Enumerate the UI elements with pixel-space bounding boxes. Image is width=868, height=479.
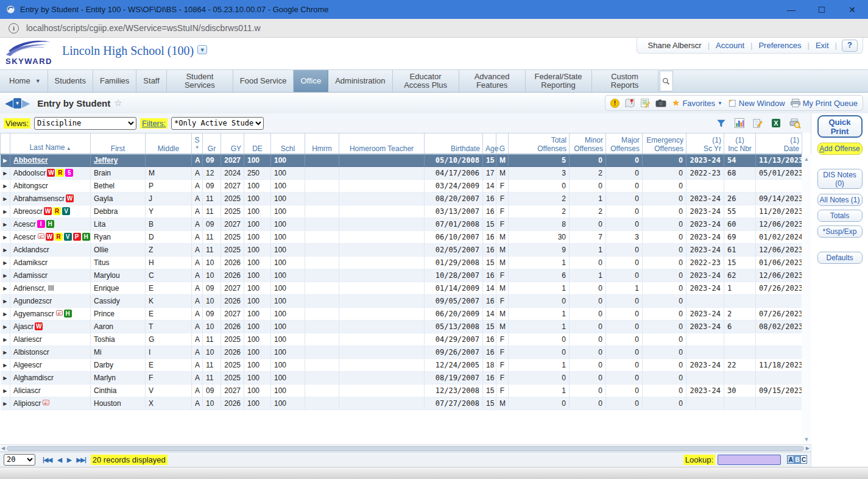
- alpha-lookup-button[interactable]: ABC: [787, 455, 807, 464]
- col-header-schl[interactable]: Schl: [271, 133, 305, 154]
- row-expander[interactable]: ▶: [1, 244, 10, 257]
- site-info-icon[interactable]: i: [9, 23, 19, 34]
- add-offense-button[interactable]: Add Offense: [817, 143, 863, 155]
- student-name-link[interactable]: Abdoolscr: [13, 169, 46, 177]
- horizontal-scrollbar[interactable]: ◀ ▶: [0, 444, 811, 452]
- col-header-first[interactable]: First: [91, 133, 146, 154]
- forward-button[interactable]: ▶: [22, 98, 30, 108]
- table-row[interactable]: ▶AbbottscrJefferyA09202710010005/10/2008…: [1, 154, 802, 167]
- col-header-expand[interactable]: [1, 133, 10, 154]
- col-header-major[interactable]: MajorOffenses: [606, 133, 643, 154]
- search-button[interactable]: [660, 71, 673, 91]
- scroll-down-icon[interactable]: ▼: [804, 436, 810, 442]
- student-name-link[interactable]: Albistonscr: [13, 348, 49, 357]
- history-dropdown[interactable]: ▼: [13, 98, 21, 108]
- table-row[interactable]: ▶AcescrWRVPHRyanDA11202510010006/10/2007…: [1, 231, 802, 244]
- student-name-link[interactable]: Acescr: [13, 233, 36, 241]
- row-expander[interactable]: ▶: [1, 180, 10, 193]
- col-header-gr[interactable]: Gr: [203, 133, 221, 154]
- nav-tab-student-services[interactable]: Student Services: [167, 70, 233, 92]
- row-expander[interactable]: ▶: [1, 333, 10, 346]
- filters-select[interactable]: *Only Active Students: [171, 117, 264, 130]
- row-expander[interactable]: ▶: [1, 154, 10, 167]
- student-name-link[interactable]: Aliciascr: [13, 386, 41, 395]
- nav-tab-students[interactable]: Students: [48, 70, 93, 92]
- scroll-up-icon[interactable]: ▲: [804, 156, 810, 162]
- student-name-link[interactable]: Alipioscr: [13, 399, 41, 408]
- row-expander[interactable]: ▶: [1, 295, 10, 308]
- home-dropdown-icon[interactable]: ▼: [35, 78, 41, 84]
- nav-tab-federal-state-reporting[interactable]: Federal/State Reporting: [526, 70, 592, 92]
- row-expander[interactable]: ▶: [1, 372, 10, 385]
- row-expander[interactable]: ▶: [1, 269, 10, 282]
- table-row[interactable]: ▶AbrahamsenscrWGaylaJA11202510010008/20/…: [1, 193, 802, 205]
- col-header-last[interactable]: Last Name ▲: [10, 133, 91, 154]
- student-name-link[interactable]: Ajascr: [13, 322, 34, 331]
- table-row[interactable]: ▶AlariescrToshiaGA11202510010004/29/2007…: [1, 333, 802, 346]
- nav-tab-families[interactable]: Families: [93, 70, 136, 92]
- table-row[interactable]: ▶AgyemanscrHPrinceEA09202710010006/20/20…: [1, 308, 802, 321]
- nav-tab-custom-reports[interactable]: Custom Reports: [592, 70, 658, 92]
- nav-tab-educator-access-plus[interactable]: Educator Access Plus: [393, 70, 459, 92]
- close-button[interactable]: ✕: [847, 5, 857, 15]
- row-expander[interactable]: ▶: [1, 346, 10, 359]
- row-expander[interactable]: ▶: [1, 205, 10, 218]
- table-row[interactable]: ▶AliciascrCinthiaVA09202710010012/23/200…: [1, 385, 802, 397]
- favorite-star-icon[interactable]: ☆: [114, 98, 122, 108]
- col-header-gy[interactable]: GY: [221, 133, 244, 154]
- first-page-button[interactable]: |◀◀: [43, 456, 52, 463]
- maximize-button[interactable]: ☐: [817, 5, 827, 15]
- student-name-link[interactable]: Alariescr: [13, 335, 42, 344]
- col-header-emerg[interactable]: EmergencyOffenses: [643, 133, 686, 154]
- col-header-minor[interactable]: MinorOffenses: [570, 133, 606, 154]
- col-header-scyr[interactable]: (1)Sc Yr: [686, 133, 724, 154]
- all-notes-button[interactable]: All Notes (1): [817, 194, 863, 206]
- col-header-hmrm[interactable]: Hmrm: [305, 133, 339, 154]
- col-header-de[interactable]: DE: [244, 133, 271, 154]
- row-expander[interactable]: ▶: [1, 308, 10, 321]
- row-expander[interactable]: ▶: [1, 359, 10, 372]
- print-preview-icon[interactable]: [789, 118, 801, 129]
- prev-page-button[interactable]: ◀: [57, 456, 62, 463]
- student-name-link[interactable]: Adamisscr: [13, 271, 48, 280]
- vertical-scrollbar[interactable]: ▲ ▼: [802, 154, 811, 444]
- student-name-link[interactable]: Abreoscr: [13, 207, 43, 216]
- table-row[interactable]: ▶AcklandscrOllieZA11202510010002/05/2007…: [1, 244, 802, 257]
- next-page-button[interactable]: ▶: [67, 456, 71, 463]
- new-window-link[interactable]: New Window: [728, 99, 785, 108]
- table-row[interactable]: ▶AcescrIHLitaBA09202710010007/01/200815F…: [1, 218, 802, 231]
- print-queue-link[interactable]: My Print Queue: [791, 99, 858, 108]
- student-name-link[interactable]: Agyemanscr: [13, 310, 54, 318]
- col-header-s[interactable]: S*: [192, 133, 203, 154]
- table-row[interactable]: ▶AdamikscrTitusHA10202610010001/29/20081…: [1, 257, 802, 269]
- hscroll-thumb[interactable]: [7, 446, 804, 451]
- table-row[interactable]: ▶AlbistonscrMiIA10202610010009/26/200716…: [1, 346, 802, 359]
- row-expander[interactable]: ▶: [1, 397, 10, 410]
- nav-tab-administration[interactable]: Administration: [328, 70, 392, 92]
- camera-icon[interactable]: [655, 99, 666, 107]
- row-expander[interactable]: ▶: [1, 385, 10, 397]
- nav-tab-advanced-features[interactable]: Advanced Features: [459, 70, 526, 92]
- student-name-link[interactable]: Acescr: [13, 220, 36, 229]
- edit-icon[interactable]: [753, 118, 763, 128]
- student-name-link[interactable]: Algeescr: [13, 361, 42, 369]
- table-row[interactable]: ▶AgundezscrCassidyKA10202610010009/05/20…: [1, 295, 802, 308]
- views-select[interactable]: Discipline: [34, 117, 136, 130]
- student-name-link[interactable]: Adrienscr, III: [13, 284, 54, 293]
- table-row[interactable]: ▶AlghamdiscrMarlynFA11202510010008/19/20…: [1, 372, 802, 385]
- row-expander[interactable]: ▶: [1, 282, 10, 295]
- nav-tab-food-service[interactable]: Food Service: [233, 70, 294, 92]
- excel-export-icon[interactable]: X: [771, 118, 781, 128]
- table-row[interactable]: ▶AbreoscrWRVDebbraYA11202510010003/13/20…: [1, 205, 802, 218]
- student-name-link[interactable]: Agundezscr: [13, 297, 52, 305]
- map-icon[interactable]: [625, 98, 635, 108]
- table-row[interactable]: ▶AdamisscrMarylouCA10202610010010/28/200…: [1, 269, 802, 282]
- col-header-birth[interactable]: Birthdate: [425, 133, 483, 154]
- help-button[interactable]: ?: [842, 40, 858, 52]
- preferences-link[interactable]: Preferences: [758, 41, 801, 50]
- entity-dropdown[interactable]: ▼: [197, 45, 207, 54]
- table-row[interactable]: ▶AbitongscrBethelPA09202710010003/24/200…: [1, 180, 802, 193]
- favorites-menu[interactable]: ★Favorites▼: [672, 98, 722, 108]
- filter-funnel-icon[interactable]: [716, 119, 726, 128]
- chart-icon[interactable]: [735, 118, 744, 128]
